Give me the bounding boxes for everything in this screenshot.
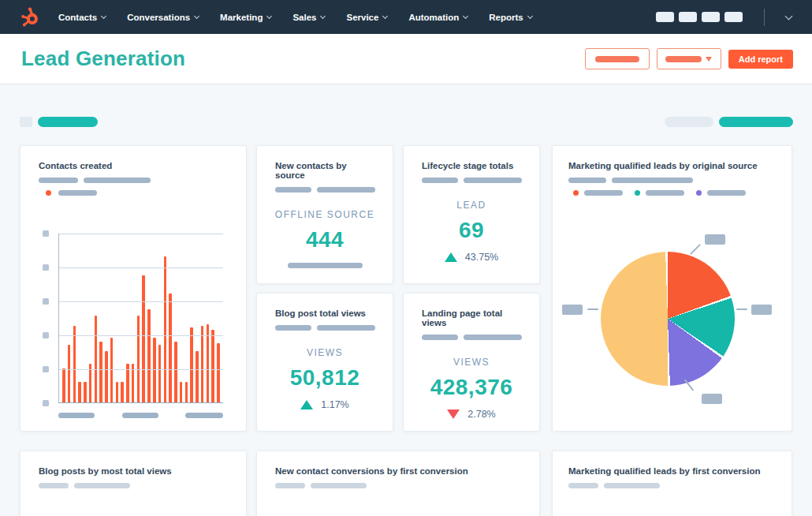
kpi-breakdown-label: OFFLINE SOURCE: [257, 209, 393, 220]
account-chevron-down-icon[interactable]: [785, 12, 793, 20]
pie-callout-label: [705, 234, 725, 245]
card-blog-post-total-views: Blog post total views VIEWS 50,812 1.17%: [256, 293, 393, 432]
nav-tool-icon-placeholder[interactable]: [702, 12, 720, 22]
kpi-value: 444: [257, 227, 393, 252]
legend-label-placeholder: [584, 190, 623, 196]
kpi-value: 50,812: [257, 365, 393, 391]
bar[interactable]: [68, 345, 71, 402]
placeholder-bar: [568, 483, 598, 488]
filter-chip-placeholder[interactable]: [665, 117, 713, 127]
card-title: Blog posts by most total views: [39, 466, 230, 476]
pie-legend-dot: [696, 190, 702, 196]
bar[interactable]: [174, 342, 177, 402]
card-subtitle-placeholder: [568, 483, 776, 488]
card-title: New contact conversions by first convers…: [275, 466, 523, 476]
nav-item-reports[interactable]: Reports: [489, 13, 531, 22]
placeholder-bar: [422, 178, 458, 183]
nav-item-service[interactable]: Service: [346, 13, 387, 22]
placeholder-bar: [568, 178, 606, 183]
bar[interactable]: [164, 256, 167, 402]
bar[interactable]: [217, 343, 220, 402]
y-axis-tick-placeholder: [43, 230, 49, 237]
card-subtitle-placeholder: [275, 325, 377, 331]
bar[interactable]: [62, 368, 65, 402]
pie-callout-line: [587, 308, 598, 310]
bar[interactable]: [116, 382, 119, 402]
legend-entry: [573, 190, 623, 196]
x-axis-labels: [58, 413, 223, 418]
bar[interactable]: [147, 309, 151, 402]
button-label-placeholder: [595, 56, 639, 62]
card-contacts-created: Contacts created: [20, 145, 247, 432]
kpi-delta: 43.75%: [404, 252, 539, 263]
bar[interactable]: [84, 382, 87, 402]
bar[interactable]: [158, 345, 162, 402]
placeholder-bar: [275, 483, 305, 488]
nav-tool-icon-placeholder[interactable]: [724, 12, 743, 22]
bar[interactable]: [105, 351, 108, 402]
nav-item-contacts[interactable]: Contacts: [58, 13, 106, 22]
bar[interactable]: [196, 351, 199, 402]
nav-tool-icon-placeholder[interactable]: [679, 12, 697, 22]
bar[interactable]: [153, 338, 156, 402]
placeholder-bar: [612, 178, 693, 183]
card-landing-page-total-views: Landing page total views VIEWS 428,376 2…: [403, 293, 540, 432]
bar[interactable]: [142, 275, 145, 402]
pie-chart[interactable]: [601, 252, 735, 386]
bar[interactable]: [169, 294, 172, 402]
nav-tool-icon-placeholder[interactable]: [656, 12, 674, 22]
kpi-value: 69: [404, 218, 539, 243]
delta-direction-icon: [445, 252, 457, 262]
nav-item-marketing[interactable]: Marketing: [220, 13, 271, 22]
add-report-button[interactable]: Add report: [728, 50, 793, 69]
nav-item-conversations[interactable]: Conversations: [127, 13, 199, 22]
dashboard-action-button[interactable]: [585, 48, 650, 69]
date-range-filter-pill[interactable]: [38, 117, 98, 127]
card-title: Marketing qualified leads by first conve…: [568, 466, 776, 476]
bar[interactable]: [99, 342, 102, 402]
nav-item-sales[interactable]: Sales: [292, 13, 325, 22]
bar[interactable]: [211, 330, 214, 402]
card-subtitle-placeholder: [568, 178, 776, 183]
card-subtitle-placeholder: [39, 483, 230, 488]
owner-filter-pill[interactable]: [719, 117, 793, 127]
bar[interactable]: [95, 316, 98, 402]
legend-label-placeholder: [646, 190, 684, 196]
bar[interactable]: [110, 338, 114, 402]
bar[interactable]: [185, 382, 188, 402]
chevron-down-icon: [194, 13, 199, 18]
nav-item-automation[interactable]: Automation: [408, 13, 467, 22]
y-axis-tick-placeholder: [43, 400, 49, 406]
legend-entry: [635, 190, 684, 196]
bar[interactable]: [78, 382, 81, 402]
placeholder-bar: [317, 187, 375, 193]
chevron-down-icon: [320, 13, 326, 18]
card-blog-posts-by-most-total-views: Blog posts by most total views: [20, 451, 247, 516]
bar[interactable]: [201, 326, 204, 402]
bar[interactable]: [190, 327, 193, 402]
kpi-footer-placeholder: [288, 263, 363, 268]
hubspot-logo-icon[interactable]: [19, 6, 43, 29]
dashboard-filter-bar: [20, 116, 793, 127]
x-axis-label-placeholder: [58, 413, 95, 418]
page-header: Lead Generation Add report: [0, 34, 812, 84]
bar[interactable]: [180, 382, 183, 402]
dashboard-dropdown-button[interactable]: [657, 48, 721, 69]
nav-item-label: Marketing: [220, 13, 263, 22]
nav-item-label: Automation: [408, 13, 459, 22]
nav-divider: [764, 9, 765, 26]
bar[interactable]: [137, 316, 140, 402]
bar[interactable]: [73, 326, 76, 402]
pie-callout-line: [736, 308, 747, 310]
chevron-down-icon: [382, 13, 388, 18]
bar[interactable]: [121, 382, 124, 402]
legend-entry: [696, 190, 746, 196]
filter-chip-placeholder[interactable]: [20, 117, 32, 127]
placeholder-bar: [464, 335, 522, 340]
x-axis-label-placeholder: [185, 413, 223, 418]
gridline: [59, 369, 223, 370]
pie-callout-label: [562, 305, 583, 315]
nav-item-label: Contacts: [58, 13, 97, 22]
nav-item-label: Conversations: [127, 13, 190, 22]
card-title: Landing page total views: [422, 308, 523, 327]
